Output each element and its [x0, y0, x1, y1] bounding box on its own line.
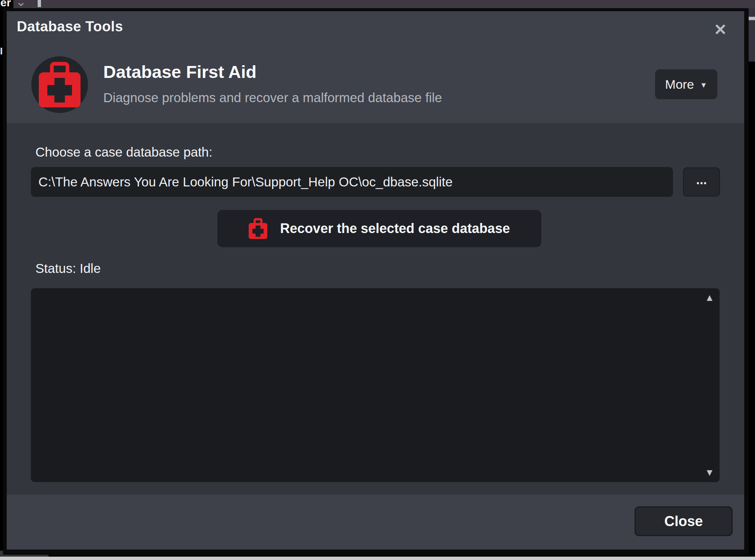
- background-scrollbar-thumb: [749, 17, 755, 20]
- background-bottom-edge: [0, 557, 755, 560]
- kit-cross: [47, 85, 72, 95]
- close-icon[interactable]: ✕: [710, 19, 731, 40]
- background-window-strip: [0, 0, 755, 8]
- page-subtitle: Diagnose problems and recover a malforme…: [103, 90, 442, 105]
- kit-cross: [252, 229, 264, 234]
- recover-button-label: Recover the selected case database: [280, 221, 510, 236]
- dialog-footer-band: [7, 495, 744, 550]
- more-button-label: More: [665, 77, 694, 92]
- close-button[interactable]: Close: [635, 506, 733, 536]
- first-aid-kit-icon: [249, 218, 267, 239]
- page-title: Database First Aid: [103, 62, 257, 82]
- scroll-up-icon[interactable]: ▲: [705, 292, 714, 303]
- recover-database-button[interactable]: Recover the selected case database: [217, 210, 541, 247]
- status-text: Status: Idle: [35, 261, 101, 276]
- chevron-down-icon: ⌄: [16, 0, 26, 9]
- log-output-area[interactable]: ▲ ▼: [31, 288, 720, 482]
- caret-down-icon: ▼: [700, 79, 707, 89]
- dialog-body: Database Tools ✕ Database First Aid Diag…: [7, 11, 744, 550]
- database-tools-dialog: Database Tools ✕ Database First Aid Diag…: [3, 8, 749, 555]
- background-text-fragment: er: [0, 0, 11, 9]
- database-path-input[interactable]: [31, 167, 673, 197]
- background-scrollbar-fragment: [38, 0, 41, 7]
- dialog-title: Database Tools: [17, 19, 123, 35]
- path-label: Choose a case database path:: [35, 145, 213, 160]
- more-button[interactable]: More ▼: [655, 69, 717, 99]
- browse-button[interactable]: ...: [683, 167, 720, 196]
- scroll-down-icon[interactable]: ▼: [705, 467, 714, 478]
- first-aid-kit-icon: [39, 62, 81, 107]
- screen: er ⌄ IF Database Tools ✕ Database First …: [0, 0, 755, 560]
- first-aid-avatar: [31, 56, 88, 113]
- background-right-strip: [749, 8, 755, 62]
